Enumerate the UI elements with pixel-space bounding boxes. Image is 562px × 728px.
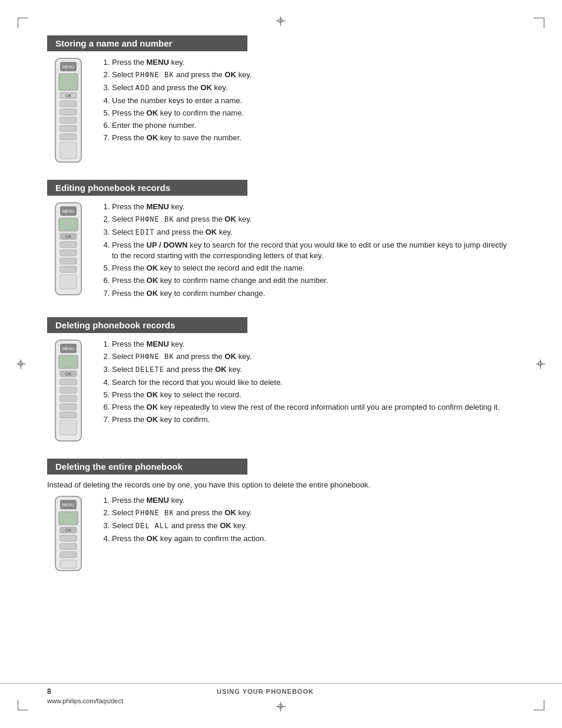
step-deleting-4: Search for the record that you would lik… [112, 377, 515, 388]
step-editing-5: Press the OK key to select the record an… [112, 263, 515, 274]
step-deleting-all-4: Press the OK key again to confirm the ac… [112, 533, 515, 544]
steps-col-deleting-all: Press the MENU key. Select ΡΗΦΝΕ ΒΚ and … [100, 495, 515, 546]
step-deleting-6: Press the OK key repeatedly to view the … [112, 402, 515, 413]
svg-rect-21 [60, 266, 77, 272]
handset-svg-deleting-all: MENU OK [51, 495, 86, 572]
step-deleting-7: Press the OK key to confirm. [112, 414, 515, 425]
step-deleting-5: Press the OK key to select the record. [112, 390, 515, 400]
svg-rect-18 [60, 242, 77, 248]
footer-page-number: 8 [47, 687, 51, 696]
svg-rect-10 [60, 134, 77, 140]
step-deleting-all-1: Press the MENU key. [112, 495, 515, 506]
svg-rect-19 [60, 250, 77, 256]
steps-col-editing: Press the MENU key. Select ΡΗΦΝΕ ΒΚ and … [100, 202, 515, 301]
svg-rect-26 [59, 355, 78, 368]
svg-rect-32 [60, 404, 77, 410]
footer-url: www.philips.com/faqs/dect [47, 697, 123, 704]
step-deleting-1: Press the MENU key. [112, 339, 515, 350]
section-content-deleting: MENU OK Press the MENU key. Select ΡΗΦΝΕ… [47, 339, 515, 442]
section-editing: Editing phonebook records MENU OK [47, 180, 515, 301]
svg-rect-9 [60, 126, 77, 131]
step-storing-5: Press the OK key to confirm the name. [112, 108, 515, 118]
svg-text:OK: OK [65, 235, 71, 239]
corner-mark-tl [18, 18, 28, 28]
reg-mark-bottom [276, 702, 286, 711]
section-storing: Storing a name and number MENU OK [47, 35, 515, 163]
step-deleting-2: Select ΡΗΦΝΕ ΒΚ and press the OK key. [112, 351, 515, 363]
svg-rect-42 [60, 543, 77, 549]
step-storing-1: Press the MENU key. [112, 57, 515, 68]
corner-mark-bl [18, 700, 28, 710]
steps-col-deleting: Press the MENU key. Select ΡΗΦΝΕ ΒΚ and … [100, 339, 515, 427]
svg-text:OK: OK [65, 528, 71, 532]
section-header-editing: Editing phonebook records [47, 180, 247, 196]
step-storing-3: Select ΑDD and press the OK key. [112, 83, 515, 94]
svg-rect-8 [60, 117, 77, 123]
section-deleting-all: Deleting the entire phonebook Instead of… [47, 459, 515, 572]
device-col-deleting-all: MENU OK [47, 495, 90, 572]
handset-svg-storing: MENU OK [51, 57, 86, 163]
svg-rect-3 [59, 74, 78, 90]
svg-text:MENU: MENU [62, 503, 75, 507]
step-editing-3: Select ΕDΙΤ and press the OK key. [112, 227, 515, 238]
svg-text:OK: OK [65, 372, 71, 376]
svg-rect-41 [60, 535, 77, 541]
svg-rect-31 [60, 396, 77, 401]
svg-text:MENU: MENU [62, 347, 75, 351]
step-editing-1: Press the MENU key. [112, 202, 515, 212]
reg-mark-top [276, 17, 286, 26]
steps-col-storing: Press the MENU key. Select ΡΗΦΝΕ ΒΚ and … [100, 57, 515, 146]
intro-text-deleting-all: Instead of deleting the records one by o… [47, 480, 515, 489]
svg-text:MENU: MENU [62, 209, 75, 213]
step-storing-7: Press the OK key to save the number. [112, 133, 515, 143]
corner-mark-br [534, 700, 544, 710]
device-col-editing: MENU OK [47, 202, 90, 296]
svg-rect-11 [60, 142, 77, 159]
svg-rect-30 [60, 387, 77, 393]
footer: 8 USING YOUR PHONEBOOK [0, 683, 562, 696]
section-header-storing: Storing a name and number [47, 35, 247, 51]
step-editing-4: Press the UP / DOWN key to search for th… [112, 240, 515, 261]
step-deleting-all-3: Select DΕL ΑLL and press the OK key. [112, 521, 515, 532]
page: Storing a name and number MENU OK [0, 0, 562, 728]
device-col-deleting: MENU OK [47, 339, 90, 442]
svg-rect-29 [60, 379, 77, 385]
handset-svg-deleting: MENU OK [51, 339, 86, 442]
section-content-editing: MENU OK Press the MENU key. Select ΡΗΦΝΕ… [47, 202, 515, 301]
svg-rect-6 [60, 101, 77, 107]
handset-svg-editing: MENU OK [51, 202, 86, 296]
step-storing-2: Select ΡΗΦΝΕ ΒΚ and press the OK key. [112, 70, 515, 81]
device-col-storing: MENU OK [47, 57, 90, 163]
step-editing-2: Select ΡΗΦΝΕ ΒΚ and press the OK key. [112, 214, 515, 225]
step-deleting-3: Select DΕLΕTΕ and press the OK key. [112, 364, 515, 375]
svg-rect-44 [60, 560, 77, 568]
svg-rect-33 [60, 412, 77, 418]
step-editing-6: Press the OK key to confirm name change … [112, 275, 515, 286]
section-content-storing: MENU OK [47, 57, 515, 163]
footer-section-title: USING YOUR PHONEBOOK [217, 688, 314, 695]
svg-text:OK: OK [65, 94, 71, 98]
section-content-deleting-all: MENU OK Press the MENU key. Select ΡΗΦΝΕ… [47, 495, 515, 572]
step-editing-7: Press the OK key to confirm number chang… [112, 288, 515, 299]
svg-rect-34 [60, 420, 77, 435]
section-header-deleting: Deleting phonebook records [47, 317, 247, 333]
svg-rect-43 [60, 552, 77, 558]
section-deleting: Deleting phonebook records MENU OK [47, 317, 515, 442]
step-storing-6: Enter the phone number. [112, 120, 515, 131]
svg-rect-22 [60, 275, 77, 289]
step-storing-4: Use the number keys to enter a name. [112, 95, 515, 106]
svg-rect-15 [59, 218, 78, 231]
reg-mark-right [536, 360, 546, 369]
reg-mark-left [16, 360, 26, 369]
svg-text:MENU: MENU [62, 65, 75, 69]
step-deleting-all-2: Select ΡΗΦΝΕ ΒΚ and press the OK key. [112, 508, 515, 519]
section-header-deleting-all: Deleting the entire phonebook [47, 459, 247, 475]
svg-rect-38 [59, 512, 78, 525]
corner-mark-tr [534, 18, 544, 28]
svg-rect-20 [60, 258, 77, 264]
svg-rect-7 [60, 109, 77, 115]
